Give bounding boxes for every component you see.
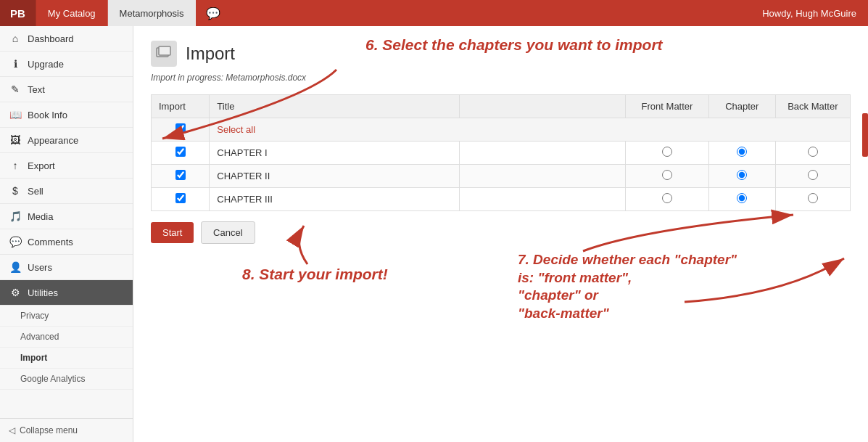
sidebar-item-media[interactable]: 🎵 Media: [0, 204, 133, 229]
collapse-menu[interactable]: ◁ Collapse menu: [0, 418, 133, 442]
top-nav: My Catalog Metamorphosis 💬: [36, 0, 751, 26]
chapter3-back-radio[interactable]: [808, 193, 818, 203]
chapter3-chapter: [708, 188, 775, 211]
select-all-checkbox-cell: [152, 118, 210, 142]
chapter1-chapter-radio[interactable]: [737, 147, 747, 157]
sidebar-sub-google-analytics[interactable]: Google Analytics: [0, 369, 133, 390]
col-front-matter: Front Matter: [626, 95, 709, 118]
content-area: Import 6. Select the chapters you want t…: [133, 26, 868, 442]
sidebar-item-book-info[interactable]: 📖 Book Info: [0, 102, 133, 128]
sidebar-item-label: Book Info: [28, 110, 67, 120]
sidebar-item-label: Users: [28, 262, 52, 273]
chapter2-front: [626, 165, 709, 188]
chapter3-front-radio[interactable]: [662, 193, 672, 203]
sidebar-sub-import[interactable]: Import: [0, 348, 133, 369]
chapter2-checkbox[interactable]: [175, 170, 186, 180]
sidebar-item-export[interactable]: ↑ Export: [0, 153, 133, 179]
sidebar-item-upgrade[interactable]: ℹ Upgrade: [0, 52, 133, 77]
sidebar: ⌂ Dashboard ℹ Upgrade ✎ Text 📖 Book Info…: [0, 26, 133, 442]
sidebar-item-label: Appearance: [28, 135, 78, 146]
book-icon: 📖: [9, 109, 22, 120]
col-chapter: Chapter: [708, 95, 775, 118]
utilities-icon: ⚙: [9, 287, 22, 298]
user-greeting: Howdy, Hugh McGuire: [751, 8, 868, 19]
col-spacer: [459, 95, 626, 118]
appearance-icon: 🖼: [9, 134, 22, 146]
table-row: CHAPTER I: [152, 142, 851, 165]
sidebar-item-label: Sell: [28, 186, 44, 197]
col-import: Import: [152, 95, 210, 118]
chapter3-checkbox[interactable]: [175, 193, 186, 203]
select-all-label-cell: Select all: [210, 118, 851, 142]
select-all-link[interactable]: Select all: [217, 124, 255, 135]
chapter1-spacer: [459, 142, 626, 165]
chapter2-checkbox-cell: [152, 165, 210, 188]
chapter1-chapter: [708, 142, 775, 165]
sidebar-item-label: Export: [28, 160, 55, 171]
sidebar-item-sell[interactable]: $ Sell: [0, 179, 133, 204]
page-title: Import: [186, 44, 235, 64]
cancel-button[interactable]: Cancel: [201, 221, 255, 244]
table-row: CHAPTER II: [152, 165, 851, 188]
chapter1-front-radio[interactable]: [662, 147, 672, 157]
sidebar-item-users[interactable]: 👤 Users: [0, 255, 133, 280]
svg-rect-1: [159, 46, 170, 55]
button-row: Start Cancel: [151, 211, 851, 244]
sidebar-sub-privacy[interactable]: Privacy: [0, 306, 133, 327]
main-layout: ⌂ Dashboard ℹ Upgrade ✎ Text 📖 Book Info…: [0, 26, 868, 442]
col-title: Title: [210, 95, 459, 118]
instruction-step7: 7. Decide whether each "chapter"is: "fro…: [518, 251, 737, 323]
export-icon: ↑: [9, 160, 22, 171]
chapter1-checkbox-cell: [152, 142, 210, 165]
nav-my-catalog[interactable]: My Catalog: [36, 0, 108, 26]
sidebar-item-utilities[interactable]: ⚙ Utilities: [0, 280, 133, 306]
chapter2-back-radio[interactable]: [808, 170, 818, 180]
col-back-matter: Back Matter: [775, 95, 850, 118]
select-all-checkbox[interactable]: [175, 123, 186, 134]
sidebar-item-label: Comments: [28, 237, 73, 247]
import-progress: Import in progress: Metamorphosis.docx: [151, 73, 851, 83]
chapter1-front: [626, 142, 709, 165]
start-button[interactable]: Start: [151, 222, 194, 243]
sidebar-item-label: Dashboard: [28, 33, 74, 44]
chapter3-chapter-radio[interactable]: [737, 193, 747, 203]
chapter2-back: [775, 165, 850, 188]
import-icon: [151, 41, 177, 67]
users-icon: 👤: [9, 261, 22, 273]
collapse-label: Collapse menu: [20, 425, 78, 435]
chapter1-title: CHAPTER I: [210, 142, 459, 165]
top-bar: PB My Catalog Metamorphosis 💬 Howdy, Hug…: [0, 0, 868, 26]
sidebar-item-appearance[interactable]: 🖼 Appearance: [0, 128, 133, 153]
sidebar-item-dashboard[interactable]: ⌂ Dashboard: [0, 26, 133, 52]
sidebar-item-label: Utilities: [28, 287, 58, 298]
upgrade-icon: ℹ: [9, 58, 22, 70]
chapter1-back: [775, 142, 850, 165]
chapter1-checkbox[interactable]: [175, 147, 186, 157]
chat-icon[interactable]: 💬: [196, 0, 231, 26]
chapter3-back: [775, 188, 850, 211]
collapse-icon: ◁: [9, 425, 15, 435]
sidebar-item-text[interactable]: ✎ Text: [0, 77, 133, 102]
chapter3-front: [626, 188, 709, 211]
instruction-step8: 8. Start your import!: [242, 266, 388, 283]
chapter2-title: CHAPTER II: [210, 165, 459, 188]
chapter1-back-radio[interactable]: [808, 147, 818, 157]
sidebar-sub-advanced[interactable]: Advanced: [0, 327, 133, 348]
dashboard-icon: ⌂: [9, 33, 22, 44]
chapter3-checkbox-cell: [152, 188, 210, 211]
sidebar-item-comments[interactable]: 💬 Comments: [0, 229, 133, 255]
nav-metamorphosis[interactable]: Metamorphosis: [108, 0, 197, 26]
text-icon: ✎: [9, 83, 22, 95]
sidebar-item-label: Media: [28, 211, 53, 222]
chapter2-chapter: [708, 165, 775, 188]
chapter2-front-radio[interactable]: [662, 170, 672, 180]
chapter2-chapter-radio[interactable]: [737, 170, 747, 180]
table-row: CHAPTER III: [152, 188, 851, 211]
sell-icon: $: [9, 185, 22, 197]
chapter3-spacer: [459, 188, 626, 211]
logo[interactable]: PB: [0, 0, 36, 26]
sidebar-submenu: Privacy Advanced Import Google Analytics: [0, 306, 133, 390]
select-all-row: Select all: [152, 118, 851, 142]
chapter2-spacer: [459, 165, 626, 188]
chapter3-title: CHAPTER III: [210, 188, 459, 211]
